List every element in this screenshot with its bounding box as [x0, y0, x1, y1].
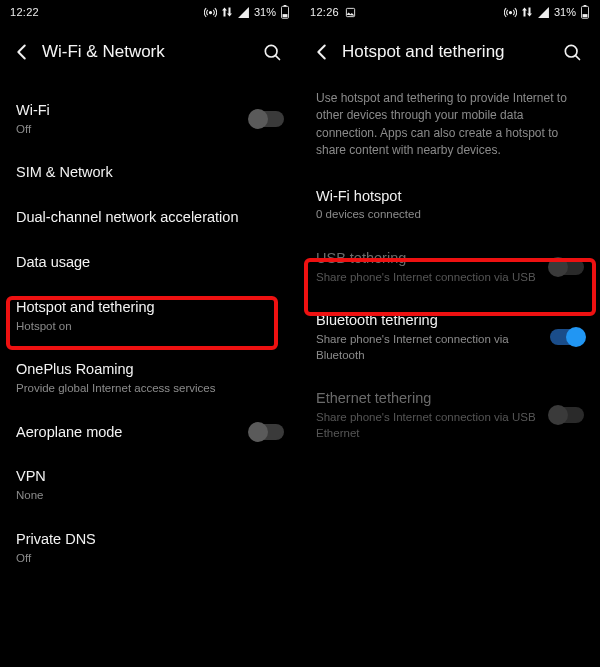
status-time: 12:26: [310, 6, 339, 18]
row-title: Ethernet tethering: [316, 389, 540, 408]
row-title: Aeroplane mode: [16, 423, 240, 442]
row-title: VPN: [16, 467, 284, 486]
row-title: OnePlus Roaming: [16, 360, 284, 379]
ethernet-tethering-toggle: [550, 407, 584, 423]
row-subtitle: Off: [16, 551, 284, 567]
row-bluetooth-tethering[interactable]: Bluetooth tethering Share phone's Intern…: [300, 298, 600, 376]
row-oneplus-roaming[interactable]: OnePlus Roaming Provide global Internet …: [0, 347, 300, 409]
row-title: SIM & Network: [16, 163, 284, 182]
hotspot-icon: [504, 6, 517, 19]
svg-rect-9: [584, 5, 587, 6]
svg-line-12: [575, 55, 579, 59]
battery-icon: [280, 5, 290, 19]
row-data-usage[interactable]: Data usage: [0, 240, 300, 285]
image-icon: [345, 7, 356, 18]
row-private-dns[interactable]: Private DNS Off: [0, 517, 300, 579]
row-title: Wi-Fi hotspot: [316, 187, 584, 206]
row-title: Hotspot and tethering: [16, 298, 284, 317]
settings-list: Wi-Fi Off SIM & Network Dual-channel net…: [0, 80, 300, 587]
svg-rect-10: [583, 14, 588, 17]
row-subtitle: Hotspot on: [16, 319, 284, 335]
search-button[interactable]: [554, 34, 590, 70]
row-wifi-hotspot[interactable]: Wi-Fi hotspot 0 devices connected: [300, 174, 600, 236]
status-left-group: 12:26: [310, 6, 356, 18]
svg-line-5: [275, 55, 279, 59]
search-button[interactable]: [254, 34, 290, 70]
screen-hotspot-tethering: 12:26 31% Hotspot and tethering Use hots…: [300, 0, 600, 667]
row-vpn[interactable]: VPN None: [0, 454, 300, 516]
status-time: 12:22: [10, 6, 39, 18]
data-icon: [221, 6, 233, 18]
row-subtitle: Off: [16, 122, 240, 138]
status-icons: 31%: [504, 5, 590, 19]
signal-icon: [237, 6, 250, 19]
signal-icon: [537, 6, 550, 19]
row-title: USB tethering: [316, 249, 540, 268]
back-button[interactable]: [4, 34, 40, 70]
svg-point-7: [509, 11, 511, 13]
bluetooth-tethering-toggle[interactable]: [550, 329, 584, 345]
data-icon: [521, 6, 533, 18]
row-title: Bluetooth tethering: [316, 311, 540, 330]
row-hotspot-tethering[interactable]: Hotspot and tethering Hotspot on: [0, 285, 300, 347]
settings-list: Wi-Fi hotspot 0 devices connected USB te…: [300, 174, 600, 462]
status-bar: 12:26 31%: [300, 0, 600, 24]
status-bar: 12:22 31%: [0, 0, 300, 24]
svg-point-0: [209, 11, 211, 13]
page-description: Use hotspot and tethering to provide Int…: [300, 80, 600, 174]
status-icons: 31%: [204, 5, 290, 19]
row-dual-channel[interactable]: Dual-channel network acceleration: [0, 195, 300, 240]
row-subtitle: 0 devices connected: [316, 207, 584, 223]
row-subtitle: Share phone's Internet connection via US…: [316, 270, 540, 286]
search-icon: [262, 42, 282, 62]
svg-rect-2: [284, 5, 287, 6]
app-bar: Hotspot and tethering: [300, 24, 600, 80]
chevron-left-icon: [11, 41, 33, 63]
row-wifi[interactable]: Wi-Fi Off: [0, 88, 300, 150]
row-subtitle: None: [16, 488, 284, 504]
battery-label: 31%: [554, 6, 576, 18]
chevron-left-icon: [311, 41, 333, 63]
app-bar: Wi-Fi & Network: [0, 24, 300, 80]
row-title: Private DNS: [16, 530, 284, 549]
row-ethernet-tethering: Ethernet tethering Share phone's Interne…: [300, 376, 600, 454]
hotspot-icon: [204, 6, 217, 19]
search-icon: [562, 42, 582, 62]
aeroplane-toggle[interactable]: [250, 424, 284, 440]
row-subtitle: Provide global Internet access services: [16, 381, 284, 397]
battery-label: 31%: [254, 6, 276, 18]
battery-icon: [580, 5, 590, 19]
row-subtitle: Share phone's Internet connection via US…: [316, 410, 540, 441]
row-sim-network[interactable]: SIM & Network: [0, 150, 300, 195]
row-title: Dual-channel network acceleration: [16, 208, 284, 227]
row-title: Wi-Fi: [16, 101, 240, 120]
wifi-toggle[interactable]: [250, 111, 284, 127]
row-title: Data usage: [16, 253, 284, 272]
page-title: Wi-Fi & Network: [40, 42, 254, 62]
row-usb-tethering: USB tethering Share phone's Internet con…: [300, 236, 600, 298]
back-button[interactable]: [304, 34, 340, 70]
svg-rect-3: [283, 14, 288, 17]
usb-tethering-toggle: [550, 259, 584, 275]
page-title: Hotspot and tethering: [340, 42, 554, 62]
screen-wifi-network: 12:22 31% Wi-Fi & Network Wi-Fi: [0, 0, 300, 667]
row-subtitle: Share phone's Internet connection via Bl…: [316, 332, 540, 363]
row-aeroplane-mode[interactable]: Aeroplane mode: [0, 410, 300, 455]
